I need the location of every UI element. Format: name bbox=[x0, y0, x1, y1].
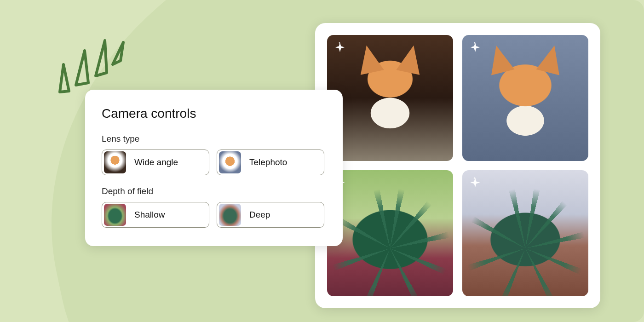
lens-type-group: Lens type Wide angle Telephoto bbox=[102, 134, 326, 175]
option-deep[interactable]: Deep bbox=[217, 202, 324, 228]
sparkle-icon bbox=[334, 41, 346, 54]
gallery-image-succulent-shallow[interactable] bbox=[327, 170, 453, 296]
depth-of-field-group: Depth of field Shallow Deep bbox=[102, 186, 326, 228]
camera-controls-card: Camera controls Lens type Wide angle Tel… bbox=[85, 90, 343, 246]
option-row: Shallow Deep bbox=[102, 202, 326, 228]
gallery-image-succulent-deep[interactable] bbox=[462, 170, 588, 296]
option-wide-angle[interactable]: Wide angle bbox=[102, 150, 209, 175]
gallery-image-corgi-telephoto[interactable] bbox=[462, 35, 588, 161]
gallery-card bbox=[315, 23, 600, 308]
thumbnail-plant-shallow bbox=[104, 204, 126, 226]
controls-title: Camera controls bbox=[102, 106, 326, 121]
sparkle-icon bbox=[469, 177, 482, 190]
option-telephoto[interactable]: Telephoto bbox=[217, 150, 324, 175]
group-label-depth-of-field: Depth of field bbox=[102, 186, 326, 196]
option-row: Wide angle Telephoto bbox=[102, 150, 326, 175]
option-label: Deep bbox=[241, 210, 270, 220]
gallery-image-corgi-wide[interactable] bbox=[327, 35, 453, 161]
option-label: Telephoto bbox=[241, 157, 287, 167]
option-shallow[interactable]: Shallow bbox=[102, 202, 209, 228]
thumbnail-corgi-wide bbox=[104, 151, 126, 173]
thumbnail-plant-deep bbox=[219, 204, 241, 226]
group-label-lens-type: Lens type bbox=[102, 134, 326, 144]
option-label: Shallow bbox=[126, 210, 165, 220]
option-label: Wide angle bbox=[126, 157, 178, 167]
thumbnail-corgi-telephoto bbox=[219, 151, 241, 173]
sparkle-icon bbox=[469, 41, 482, 54]
